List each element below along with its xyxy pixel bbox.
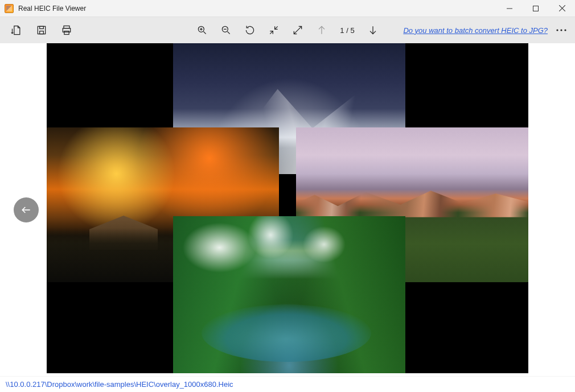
titlebar: Real HEIC File Viewer — [0, 0, 575, 17]
svg-rect-4 — [38, 26, 45, 34]
fit-screen-button[interactable] — [264, 20, 284, 40]
viewer-area — [0, 43, 575, 376]
close-icon — [559, 5, 565, 11]
open-file-button[interactable] — [7, 20, 26, 40]
arrow-down-icon — [367, 24, 379, 36]
file-path: \\10.0.0.217\Dropbox\work\file-samples\H… — [6, 380, 233, 389]
svg-line-15 — [228, 32, 230, 34]
svg-point-21 — [564, 29, 566, 31]
rotate-button[interactable] — [240, 20, 260, 40]
print-button[interactable] — [57, 20, 76, 40]
image-tile — [173, 216, 405, 373]
zoom-in-icon — [196, 24, 208, 36]
fit-screen-icon — [268, 24, 280, 36]
arrow-left-icon — [20, 204, 32, 216]
save-icon — [36, 24, 47, 36]
zoom-in-button[interactable] — [192, 20, 212, 40]
open-file-icon — [11, 24, 22, 36]
page-indicator: 1 / 5 — [336, 26, 359, 35]
previous-image-button[interactable] — [14, 197, 39, 222]
close-button[interactable] — [549, 0, 575, 17]
more-icon — [556, 29, 566, 31]
toolbar: 1 / 5 Do you want to batch convert HEIC … — [0, 17, 575, 43]
image-canvas[interactable] — [47, 43, 528, 373]
svg-rect-5 — [40, 26, 44, 28]
save-button[interactable] — [32, 20, 51, 40]
page-up-button[interactable] — [312, 20, 331, 40]
page-down-button[interactable] — [363, 20, 383, 40]
app-icon — [5, 4, 14, 13]
svg-line-11 — [204, 32, 206, 34]
svg-rect-6 — [40, 31, 44, 34]
window-title: Real HEIC File Viewer — [18, 5, 86, 13]
arrow-up-icon — [316, 24, 327, 36]
svg-point-19 — [556, 29, 558, 31]
zoom-out-button[interactable] — [216, 20, 236, 40]
svg-rect-9 — [64, 31, 69, 35]
print-icon — [61, 24, 72, 36]
minimize-icon — [507, 6, 512, 11]
statusbar: \\10.0.0.217\Dropbox\work\file-samples\H… — [0, 376, 575, 392]
zoom-out-icon — [220, 24, 232, 36]
more-menu-button[interactable] — [553, 22, 569, 38]
svg-point-20 — [560, 29, 562, 31]
minimize-button[interactable] — [496, 0, 523, 17]
maximize-icon — [533, 6, 539, 11]
maximize-button[interactable] — [523, 0, 549, 17]
fullscreen-button[interactable] — [288, 20, 307, 40]
fullscreen-icon — [292, 24, 303, 36]
svg-rect-1 — [533, 6, 539, 11]
convert-heic-link[interactable]: Do you want to batch convert HEIC to JPG… — [403, 26, 548, 35]
rotate-icon — [244, 24, 256, 36]
